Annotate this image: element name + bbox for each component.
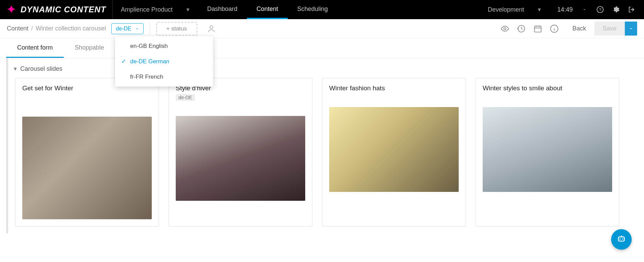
info-icon[interactable] [550, 24, 559, 33]
tabs-row: Content form Shoppable [0, 38, 644, 58]
hub-name: Amplience Product [121, 6, 173, 13]
brand-text: DYNAMIC CONTENT [21, 5, 106, 14]
locale-badge: de-DE [176, 94, 195, 101]
brand-block: ✦ DYNAMIC CONTENT [0, 0, 113, 19]
nav-content[interactable]: Content [247, 0, 288, 19]
chat-bubble[interactable] [611, 229, 632, 250]
svg-text:?: ? [599, 7, 601, 12]
tab-shoppable[interactable]: Shoppable [64, 39, 115, 58]
locale-popup: ✓ en-GB English ✓ de-DE German ✓ fr-FR F… [115, 36, 213, 87]
toolbar-actions [500, 24, 559, 33]
breadcrumb: Content / Winter collection carousel [7, 25, 106, 32]
card-image [483, 107, 612, 192]
hub-selector[interactable]: Amplience Product ▾ [113, 0, 198, 19]
save-button[interactable]: Save [594, 22, 625, 36]
card-title: Winter styles to smile about [483, 84, 612, 92]
slide-card[interactable]: Get set for Winter [15, 78, 159, 226]
svg-point-3 [504, 27, 506, 30]
nav-items: Dashboard Content Scheduling [198, 0, 337, 19]
divider [150, 23, 150, 34]
nav-dashboard[interactable]: Dashboard [198, 0, 247, 19]
cards-row: Get set for Winter Style d'hiver de-DE W… [11, 78, 638, 233]
locale-current: de-DE [116, 26, 131, 32]
locale-option-fr-fr[interactable]: ✓ fr-FR French [115, 69, 213, 84]
nav-development-label: Development [488, 6, 524, 13]
nav-scheduling[interactable]: Scheduling [288, 0, 337, 19]
card-title: Winter fashion hats [329, 84, 459, 92]
preview-icon[interactable] [500, 24, 509, 33]
svg-point-8 [622, 238, 623, 240]
breadcrumb-current: Winter collection carousel [36, 25, 106, 32]
add-status-button[interactable]: + status [156, 22, 197, 36]
save-group: Save [594, 22, 637, 36]
chevron-down-icon: ▾ [538, 6, 541, 13]
section-title: Carousel slides [20, 65, 62, 73]
nav-right: 14:49 ? [549, 5, 644, 14]
svg-point-2 [210, 26, 213, 29]
locale-dropdown[interactable]: de-DE [111, 23, 143, 34]
back-button[interactable]: Back [572, 25, 586, 32]
locale-option-label: fr-FR French [130, 74, 163, 80]
slide-card[interactable]: Winter styles to smile about [475, 78, 619, 226]
logout-icon[interactable] [628, 5, 636, 14]
locale-option-de-de[interactable]: ✓ de-DE German [115, 54, 213, 69]
toolbar: Content / Winter collection carousel de-… [0, 19, 644, 38]
nav-development[interactable]: Development ▾ [480, 6, 549, 13]
svg-rect-6 [618, 237, 624, 241]
locale-option-en-gb[interactable]: ✓ en-GB English [115, 38, 213, 54]
locale-option-label: de-DE German [130, 58, 169, 65]
check-icon: ✓ [121, 58, 130, 65]
calendar-icon[interactable] [533, 24, 542, 33]
breadcrumb-separator: / [31, 25, 33, 32]
chevron-down-icon[interactable] [580, 5, 589, 14]
breadcrumb-root[interactable]: Content [7, 25, 28, 32]
tab-content-form[interactable]: Content form [6, 39, 64, 58]
chevron-down-icon: ▾ [186, 6, 189, 13]
help-icon[interactable]: ? [596, 5, 604, 14]
slide-card[interactable]: Style d'hiver de-DE [169, 78, 312, 226]
card-image [22, 117, 152, 219]
chevron-down-icon [135, 27, 139, 31]
section-header[interactable]: ▾ Carousel slides [11, 58, 638, 78]
assignee-icon[interactable] [207, 24, 216, 33]
locale-option-label: en-GB English [130, 43, 168, 50]
svg-rect-4 [534, 26, 541, 32]
collapse-icon: ▾ [14, 65, 17, 73]
svg-point-7 [620, 238, 621, 240]
carousel-section: ▾ Carousel slides Get set for Winter Sty… [6, 58, 638, 233]
card-image [329, 107, 459, 192]
history-icon[interactable] [517, 24, 526, 33]
slide-card[interactable]: Winter fashion hats [322, 78, 466, 226]
content-area: ▾ Carousel slides Get set for Winter Sty… [0, 58, 644, 262]
brand-swirl-icon: ✦ [6, 3, 16, 16]
clock-time: 14:49 [557, 6, 573, 13]
save-dropdown[interactable] [625, 22, 637, 36]
gear-icon[interactable] [612, 5, 620, 14]
top-nav: ✦ DYNAMIC CONTENT Amplience Product ▾ Da… [0, 0, 644, 19]
card-image [176, 116, 305, 201]
